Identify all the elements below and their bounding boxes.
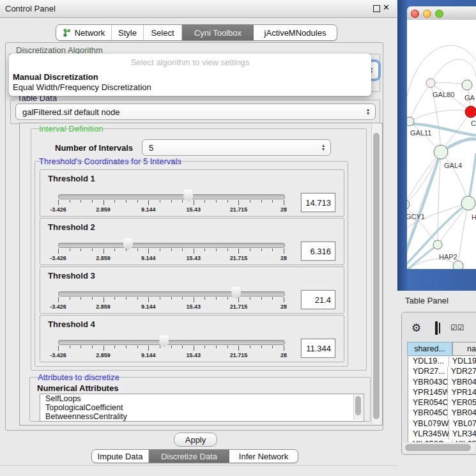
attributes-list-scrollbar[interactable] [353, 394, 363, 420]
threshold-value-field[interactable]: 14.713 [301, 193, 335, 212]
slider-tick [104, 297, 104, 302]
close-traffic-light-icon[interactable] [411, 10, 419, 18]
algorithm-dropdown-popup: Select algorithm to view settings Manual… [9, 54, 371, 96]
slider-scale-label: 21.715 [230, 352, 248, 358]
slider-scale-label: -3.426 [50, 303, 66, 310]
network-node[interactable] [426, 79, 435, 88]
slider-tick [216, 249, 217, 251]
slider-ruler: -3.4262.8599.14415.4321.71528 [58, 297, 284, 311]
scrollbar-thumb[interactable] [405, 444, 471, 451]
table-row[interactable]: YBR043CYBR04 [408, 378, 476, 388]
slider-scale-label: 2.859 [96, 206, 111, 213]
tab-discretize-data[interactable]: Discretize Data [149, 450, 229, 463]
slider-scale-label: 9.144 [141, 352, 156, 358]
threshold-label: Threshold 1 [48, 174, 95, 183]
dropdown-option-manual[interactable]: Manual Discretization [12, 72, 369, 82]
attribute-list-item[interactable]: SelfLoops [40, 394, 364, 403]
num-intervals-combobox[interactable]: 5 ▴▾ [142, 139, 331, 156]
table-row[interactable]: YIL052CYIL05 [408, 440, 476, 442]
slider-tick [272, 200, 273, 203]
table-row[interactable]: YDR27...YDR27 [408, 367, 476, 377]
table-row[interactable]: YDL19...YDL19 [408, 357, 476, 367]
network-node[interactable] [465, 106, 476, 118]
slider-tick [160, 346, 160, 348]
slider-tick [58, 346, 59, 351]
network-window-titlebar[interactable] [407, 6, 476, 20]
attribute-list-item[interactable]: BetweennessCentrality [40, 412, 364, 421]
slider-tick [114, 346, 115, 348]
tab-jactivemnodules[interactable]: jActiveMNodules [254, 25, 337, 40]
column-header-name[interactable]: na [452, 342, 476, 356]
zoom-traffic-light-icon[interactable] [435, 10, 443, 18]
apply-button[interactable]: Apply [174, 433, 217, 447]
close-icon[interactable]: ✕ [383, 3, 390, 12]
network-node[interactable] [434, 145, 448, 159]
slider-tick [227, 249, 228, 251]
slider-scale-label: -3.426 [50, 352, 66, 358]
slider-tick [81, 249, 81, 251]
threshold-value-field[interactable]: 21.4 [301, 290, 335, 309]
slider-tick [126, 249, 127, 251]
slider-tick [137, 249, 138, 251]
slider-tick [194, 200, 194, 205]
slider-tick [194, 346, 194, 351]
network-node[interactable] [407, 117, 414, 126]
slider-track[interactable] [58, 194, 285, 199]
node-table[interactable]: YDL19...YDL19YDR27...YDR27YBR043CYBR04YP… [408, 357, 476, 442]
vertical-scrollbar[interactable] [371, 123, 381, 424]
table-row[interactable]: YPR145WYPR14 [408, 388, 476, 398]
slider-tick [58, 200, 59, 205]
scrollbar-thumb[interactable] [373, 133, 380, 419]
slider-scale-label: 28 [280, 255, 287, 261]
slider-tick [58, 249, 59, 254]
slider-scale-label: 21.715 [230, 303, 248, 310]
float-icon[interactable] [373, 5, 380, 12]
network-node[interactable] [453, 261, 463, 269]
threshold-value-field[interactable]: 6.316 [301, 242, 335, 261]
network-edge [431, 59, 476, 83]
tab-network[interactable]: Network [56, 25, 112, 40]
network-node[interactable] [461, 196, 475, 210]
slider-tick [137, 346, 138, 348]
slider-scale-label: 2.859 [96, 255, 111, 261]
table-row[interactable]: YBR045CYBR04 [408, 408, 476, 418]
slider-tick [126, 297, 127, 300]
slider-tick [148, 200, 149, 205]
network-node-label: C [471, 119, 476, 127]
table-data-combobox[interactable]: galFiltered.sif default node ▴▾ [15, 104, 376, 120]
tab-cyni-toolbox[interactable]: Cyni Toolbox [182, 25, 254, 40]
checkbox-icons[interactable]: ☑☑ [450, 323, 464, 332]
tab-infer-network[interactable]: Infer Network [229, 450, 298, 463]
network-node[interactable] [433, 240, 442, 249]
num-intervals-value: 5 [142, 143, 319, 153]
scrollbar-thumb[interactable] [355, 396, 361, 415]
table-row[interactable]: YLR345WYLR34 [408, 429, 476, 440]
tab-style[interactable]: Style [112, 25, 144, 40]
attribute-list-item[interactable]: TopologicalCoefficient [40, 403, 364, 412]
tab-impute-data[interactable]: Impute Data [92, 450, 149, 463]
network-node[interactable] [462, 80, 472, 90]
slider-track[interactable] [58, 291, 285, 296]
table-row[interactable]: YBL079WYBL07 [408, 419, 476, 429]
network-edge [431, 82, 467, 85]
dropdown-option-equal-width[interactable]: Equal Width/Frequency Discretization [12, 82, 369, 93]
slider-scale-label: 15.43 [187, 352, 201, 358]
slider-tick [104, 346, 104, 351]
tab-select[interactable]: Select [144, 25, 182, 40]
horizontal-scrollbar[interactable] [403, 443, 475, 452]
column-layout-icon[interactable] [435, 321, 438, 335]
slider-tick [250, 346, 250, 348]
slider-track[interactable] [58, 340, 285, 345]
gear-icon[interactable]: ⚙ [411, 321, 421, 335]
threshold-value-field[interactable]: 11.344 [301, 339, 335, 358]
slider-scale-label: 9.144 [141, 206, 156, 213]
slider-track[interactable] [58, 243, 285, 248]
column-header-shared[interactable]: shared... [407, 342, 452, 356]
minimize-traffic-light-icon[interactable] [423, 10, 431, 18]
control-panel-tabs: Network Style Select Cyni Toolbox jActiv… [56, 24, 337, 41]
slider-tick [92, 200, 93, 203]
table-row[interactable]: YER054CYER05 [408, 398, 476, 408]
network-canvas[interactable]: GAL80GACGAL11GAL4GCY1HHAP2 [407, 20, 476, 269]
table-panel-title: Table Panel [405, 296, 449, 305]
slider-scale-label: -3.426 [50, 206, 66, 213]
